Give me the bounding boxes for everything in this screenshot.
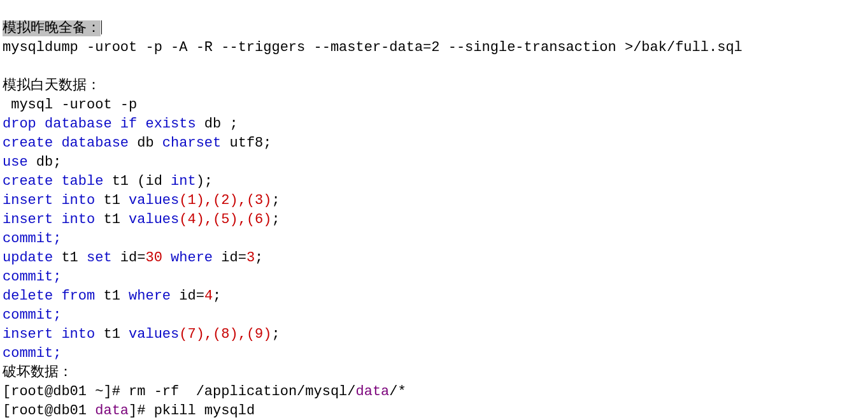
- sql-insert-1: insert into t1 values(1),(2),(3);: [3, 192, 280, 208]
- sql-commit-2: commit;: [3, 269, 61, 285]
- code-editor[interactable]: 模拟昨晚全备： mysqldump -uroot -p -A -R --trig…: [0, 0, 868, 420]
- sql-commit-4: commit;: [3, 345, 61, 361]
- sql-delete: delete from t1 where id=4;: [3, 288, 221, 304]
- sql-insert-2: insert into t1 values(4),(5),(6);: [3, 212, 280, 228]
- section3-title: 破坏数据：: [3, 365, 73, 380]
- mysqldump-command: mysqldump -uroot -p -A -R --triggers --m…: [3, 40, 743, 55]
- shell-pkill: [root@db01 data]# pkill mysqld: [3, 403, 255, 419]
- mysql-login: mysql -uroot -p: [3, 97, 137, 113]
- section2-title: 模拟白天数据：: [3, 78, 101, 94]
- sql-use: use db;: [3, 154, 61, 170]
- sql-create-table: create table t1 (id int);: [3, 173, 213, 189]
- sql-drop: drop database if exists db ;: [3, 116, 238, 132]
- text-cursor: [101, 20, 102, 34]
- sql-create-db: create database db charset utf8;: [3, 135, 272, 151]
- sql-update: update t1 set id=30 where id=3;: [3, 250, 263, 266]
- shell-rm: [root@db01 ~]# rm -rf /application/mysql…: [3, 384, 406, 400]
- sql-insert-3: insert into t1 values(7),(8),(9);: [3, 326, 280, 342]
- sql-commit-1: commit;: [3, 231, 61, 247]
- section1-title: 模拟昨晚全备：: [3, 20, 101, 36]
- sql-commit-3: commit;: [3, 307, 61, 323]
